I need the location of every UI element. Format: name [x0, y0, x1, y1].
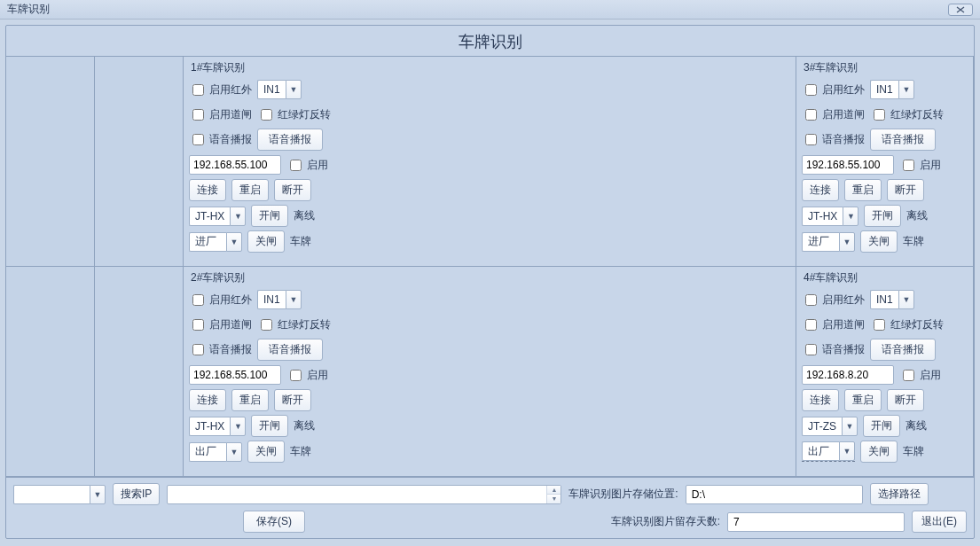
plate-label: 车牌	[903, 234, 928, 249]
img-path-label: 车牌识别图片存储位置:	[568, 487, 678, 502]
chk-enable-ir[interactable]: 启用红外	[802, 82, 865, 98]
chk-traffic-invert[interactable]: 红绿灯反转	[870, 106, 944, 123]
choose-path-button[interactable]: 选择路径	[870, 483, 929, 505]
keep-days-input[interactable]	[727, 512, 905, 532]
open-gate-button[interactable]: 开闸	[251, 205, 288, 227]
panel-title: 4#车牌识别	[802, 270, 968, 285]
panel-1: 1#车牌识别 启用红外 IN1▼ 启用道闸 红绿灯反转 语音播报 语音播报 启用…	[183, 56, 796, 267]
panel-3: 3#车牌识别 启用红外 IN1▼ 启用道闸 红绿灯反转 语音播报 语音播报 启用…	[796, 56, 974, 267]
chk-enable-ir[interactable]: 启用红外	[189, 82, 252, 98]
select-device[interactable]: JT-ZS▼	[802, 417, 858, 436]
panel-title: 2#车牌识别	[189, 270, 790, 285]
chk-enable-gate[interactable]: 启用道闸	[189, 316, 252, 333]
select-direction[interactable]: 进厂▼	[802, 232, 855, 252]
status-label: 离线	[294, 418, 318, 433]
reboot-button[interactable]: 重启	[844, 179, 882, 201]
close-icon	[956, 6, 965, 13]
voice-button[interactable]: 语音播报	[257, 339, 323, 361]
disconnect-button[interactable]: 断开	[274, 179, 311, 201]
save-button[interactable]: 保存(S)	[243, 511, 305, 533]
search-ip-button[interactable]: 搜索IP	[113, 483, 160, 505]
ip-input[interactable]	[802, 365, 894, 385]
spin-up-icon[interactable]: ▲	[547, 486, 561, 495]
plate-label: 车牌	[290, 234, 315, 249]
close-gate-button[interactable]: 关闸	[860, 230, 898, 253]
chk-voice[interactable]: 语音播报	[189, 131, 252, 148]
plate-label: 车牌	[290, 444, 315, 459]
select-device[interactable]: JT-HX▼	[189, 207, 246, 226]
close-gate-button[interactable]: 关闸	[247, 230, 285, 253]
chk-enable-ir[interactable]: 启用红外	[189, 292, 252, 308]
select-direction[interactable]: 出厂▼	[189, 442, 242, 462]
chevron-down-icon: ▼	[226, 442, 242, 462]
img-path-input[interactable]	[686, 485, 863, 504]
panel-4: 4#车牌识别 启用红外 IN1▼ 启用道闸 红绿灯反转 语音播报 语音播报 启用…	[796, 266, 974, 477]
panel-2: 2#车牌识别 启用红外 IN1▼ 启用道闸 红绿灯反转 语音播报 语音播报 启用…	[183, 266, 796, 477]
chk-enable[interactable]: 启用	[899, 157, 941, 174]
close-gate-button[interactable]: 关闸	[247, 441, 285, 463]
window-title: 车牌识别	[7, 2, 50, 17]
result-spinner[interactable]: ▲▼	[167, 485, 561, 504]
chk-traffic-invert[interactable]: 红绿灯反转	[257, 316, 331, 333]
keep-days-label: 车牌识别图片留存天数:	[611, 514, 720, 529]
chk-voice[interactable]: 语音播报	[802, 131, 865, 148]
video-cell-2	[94, 56, 184, 267]
content-grid: 1#车牌识别 启用红外 IN1▼ 启用道闸 红绿灯反转 语音播报 语音播报 启用…	[6, 56, 974, 478]
chevron-down-icon: ▼	[839, 441, 855, 461]
chevron-down-icon: ▼	[90, 485, 106, 504]
open-gate-button[interactable]: 开闸	[863, 415, 900, 437]
chevron-down-icon: ▼	[898, 80, 914, 99]
select-in-channel[interactable]: IN1▼	[257, 80, 302, 99]
page-title: 车牌识别	[6, 26, 974, 56]
reboot-button[interactable]: 重启	[231, 179, 269, 201]
video-cell-4	[94, 266, 184, 477]
ip-input[interactable]	[802, 155, 894, 175]
reboot-button[interactable]: 重启	[844, 389, 882, 411]
voice-button[interactable]: 语音播报	[870, 339, 936, 361]
disconnect-button[interactable]: 断开	[887, 389, 924, 411]
ip-input[interactable]	[189, 155, 281, 175]
exit-button[interactable]: 退出(E)	[912, 511, 967, 533]
connect-button[interactable]: 连接	[189, 389, 226, 411]
disconnect-button[interactable]: 断开	[274, 389, 311, 411]
voice-button[interactable]: 语音播报	[257, 129, 323, 151]
chk-traffic-invert[interactable]: 红绿灯反转	[870, 316, 944, 333]
chk-voice[interactable]: 语音播报	[189, 341, 252, 358]
connect-button[interactable]: 连接	[189, 179, 226, 201]
select-direction[interactable]: 进厂▼	[189, 232, 242, 252]
connect-button[interactable]: 连接	[802, 389, 839, 411]
voice-button[interactable]: 语音播报	[870, 129, 936, 151]
chk-traffic-invert[interactable]: 红绿灯反转	[257, 106, 331, 123]
chk-enable-gate[interactable]: 启用道闸	[802, 106, 865, 123]
disconnect-button[interactable]: 断开	[887, 179, 924, 201]
chevron-down-icon: ▼	[286, 80, 302, 99]
chk-voice[interactable]: 语音播报	[802, 341, 865, 358]
chk-enable[interactable]: 启用	[286, 157, 328, 174]
bottom-bar: ▼ 搜索IP ▲▼ 车牌识别图片存储位置: 选择路径 保存(S) 车牌识别图片留…	[6, 478, 974, 538]
chk-enable-ir[interactable]: 启用红外	[802, 292, 865, 308]
close-gate-button[interactable]: 关闸	[860, 441, 898, 463]
select-in-channel[interactable]: IN1▼	[257, 290, 302, 309]
select-in-channel[interactable]: IN1▼	[870, 290, 914, 309]
select-in-channel[interactable]: IN1▼	[870, 80, 914, 99]
chevron-down-icon: ▼	[286, 290, 302, 309]
chk-enable-gate[interactable]: 启用道闸	[802, 316, 865, 333]
open-gate-button[interactable]: 开闸	[864, 205, 901, 227]
spin-down-icon[interactable]: ▼	[547, 495, 561, 503]
ip-input[interactable]	[189, 365, 281, 385]
search-ip-combo[interactable]: ▼	[13, 485, 106, 504]
video-area	[6, 57, 184, 477]
select-device[interactable]: JT-HX▼	[802, 207, 858, 226]
close-button[interactable]	[948, 4, 973, 16]
open-gate-button[interactable]: 开闸	[251, 415, 288, 437]
select-direction[interactable]: 出厂▼	[802, 441, 855, 462]
chevron-down-icon: ▼	[842, 417, 858, 436]
reboot-button[interactable]: 重启	[231, 389, 269, 411]
chk-enable[interactable]: 启用	[286, 367, 328, 384]
chk-enable[interactable]: 启用	[899, 367, 941, 384]
select-device[interactable]: JT-HX▼	[189, 417, 246, 436]
plate-label: 车牌	[903, 444, 928, 459]
panel-title: 1#车牌识别	[189, 60, 790, 75]
chk-enable-gate[interactable]: 启用道闸	[189, 106, 252, 123]
connect-button[interactable]: 连接	[802, 179, 839, 201]
